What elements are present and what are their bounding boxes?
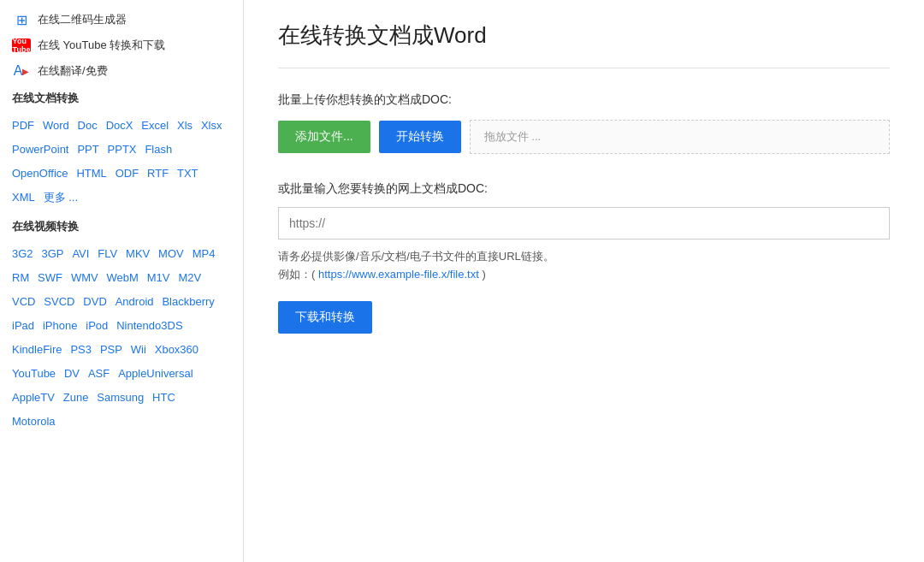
- page-title: 在线转换文档成Word: [278, 21, 890, 50]
- link-docx[interactable]: DocX: [106, 119, 133, 132]
- sidebar-item-qr-label: 在线二维码生成器: [38, 12, 127, 27]
- link-motorola[interactable]: Motorola: [12, 415, 56, 428]
- upload-area: 添加文件... 开始转换 拖放文件 ...: [278, 120, 890, 154]
- link-pptx[interactable]: PPTX: [108, 143, 137, 156]
- link-blackberry[interactable]: Blackberry: [162, 295, 214, 308]
- doc-section-title: 在线文档转换: [0, 84, 243, 109]
- sidebar-item-youtube[interactable]: YouTube 在线 YouTube 转换和下载: [0, 33, 243, 58]
- link-dvd[interactable]: DVD: [83, 295, 106, 308]
- sidebar-item-qr[interactable]: ⊞ 在线二维码生成器: [0, 7, 243, 33]
- link-rtf[interactable]: RTF: [147, 167, 169, 180]
- link-vcd[interactable]: VCD: [12, 295, 35, 308]
- title-divider: [278, 68, 890, 68]
- doc-links: PDF Word Doc DocX Excel Xls Xlsx PowerPo…: [0, 109, 243, 212]
- link-appletv[interactable]: AppleTV: [12, 391, 55, 404]
- link-odf[interactable]: ODF: [116, 167, 139, 180]
- main-content: 在线转换文档成Word 批量上传你想转换的文档成DOC: 添加文件... 开始转…: [244, 0, 924, 562]
- drop-zone[interactable]: 拖放文件 ...: [470, 120, 890, 154]
- url-section-label: 或批量输入您要转换的网上文档成DOC:: [278, 181, 890, 197]
- url-hint-line2: 例如：( https://www.example-file.x/file.txt…: [278, 268, 486, 281]
- link-asf[interactable]: ASF: [88, 367, 110, 380]
- sidebar-item-translate[interactable]: A▶ 在线翻译/免费: [0, 58, 243, 84]
- link-zune[interactable]: Zune: [63, 391, 89, 404]
- link-appleuniversal[interactable]: AppleUniversal: [118, 367, 192, 380]
- link-word[interactable]: Word: [43, 119, 69, 132]
- link-xlsx[interactable]: Xlsx: [201, 119, 222, 132]
- link-iphone[interactable]: iPhone: [43, 319, 77, 332]
- link-flv[interactable]: FLV: [98, 247, 117, 260]
- link-psp[interactable]: PSP: [100, 343, 122, 356]
- url-example-link[interactable]: https://www.example-file.x/file.txt: [318, 268, 479, 281]
- add-file-button[interactable]: 添加文件...: [278, 121, 370, 153]
- link-flash[interactable]: Flash: [145, 143, 172, 156]
- link-svcd[interactable]: SVCD: [44, 295, 74, 308]
- download-convert-button[interactable]: 下载和转换: [278, 301, 372, 334]
- link-wii[interactable]: Wii: [131, 343, 146, 356]
- link-xls[interactable]: Xls: [177, 119, 192, 132]
- link-ppt[interactable]: PPT: [77, 143, 98, 156]
- start-convert-button[interactable]: 开始转换: [379, 121, 461, 153]
- link-android[interactable]: Android: [116, 295, 154, 308]
- link-nintendo3ds[interactable]: Nintendo3DS: [116, 319, 182, 332]
- link-powerpoint[interactable]: PowerPoint: [12, 143, 68, 156]
- link-samsung[interactable]: Samsung: [97, 391, 144, 404]
- link-doc[interactable]: Doc: [78, 119, 98, 132]
- link-mp4[interactable]: MP4: [192, 247, 216, 260]
- link-dv[interactable]: DV: [64, 367, 80, 380]
- url-hint-line1: 请务必提供影像/音乐/文档/电子书文件的直接URL链接。: [278, 250, 554, 263]
- url-input[interactable]: [278, 207, 890, 240]
- link-txt[interactable]: TXT: [177, 167, 198, 180]
- link-html[interactable]: HTML: [76, 167, 106, 180]
- link-htc[interactable]: HTC: [152, 391, 175, 404]
- link-avi[interactable]: AVI: [72, 247, 89, 260]
- link-swf[interactable]: SWF: [38, 271, 62, 284]
- link-mov[interactable]: MOV: [158, 247, 184, 260]
- qr-icon: ⊞: [12, 13, 31, 27]
- upload-section-label: 批量上传你想转换的文档成DOC:: [278, 92, 890, 108]
- link-m1v[interactable]: M1V: [147, 271, 170, 284]
- link-mkv[interactable]: MKV: [126, 247, 150, 260]
- sidebar-item-youtube-label: 在线 YouTube 转换和下载: [38, 38, 165, 53]
- link-m2v[interactable]: M2V: [178, 271, 201, 284]
- link-ps3[interactable]: PS3: [70, 343, 92, 356]
- link-xml[interactable]: XML: [12, 191, 35, 204]
- link-rm[interactable]: RM: [12, 271, 29, 284]
- link-ipod[interactable]: iPod: [86, 319, 108, 332]
- sidebar: ⊞ 在线二维码生成器 YouTube 在线 YouTube 转换和下载 A▶ 在…: [0, 0, 244, 562]
- link-3g2[interactable]: 3G2: [12, 247, 33, 260]
- url-hint: 请务必提供影像/音乐/文档/电子书文件的直接URL链接。 例如：( https:…: [278, 248, 890, 284]
- link-xbox360[interactable]: Xbox360: [155, 343, 198, 356]
- link-3gp[interactable]: 3GP: [41, 247, 63, 260]
- link-kindlefire[interactable]: KindleFire: [12, 343, 62, 356]
- link-webm[interactable]: WebM: [107, 271, 139, 284]
- link-openoffice[interactable]: OpenOffice: [12, 167, 68, 180]
- video-links: 3G2 3GP AVI FLV MKV MOV MP4 RM SWF WMV W…: [0, 238, 243, 436]
- link-excel[interactable]: Excel: [141, 119, 169, 132]
- link-ipad[interactable]: iPad: [12, 319, 34, 332]
- link-more-doc[interactable]: 更多 ...: [44, 191, 78, 204]
- sidebar-item-translate-label: 在线翻译/免费: [38, 63, 108, 79]
- translate-icon: A▶: [12, 64, 31, 78]
- link-youtube-video[interactable]: YouTube: [12, 367, 56, 380]
- youtube-icon: YouTube: [12, 38, 31, 52]
- link-pdf[interactable]: PDF: [12, 119, 34, 132]
- video-section-title: 在线视频转换: [0, 212, 243, 238]
- link-wmv[interactable]: WMV: [71, 271, 98, 284]
